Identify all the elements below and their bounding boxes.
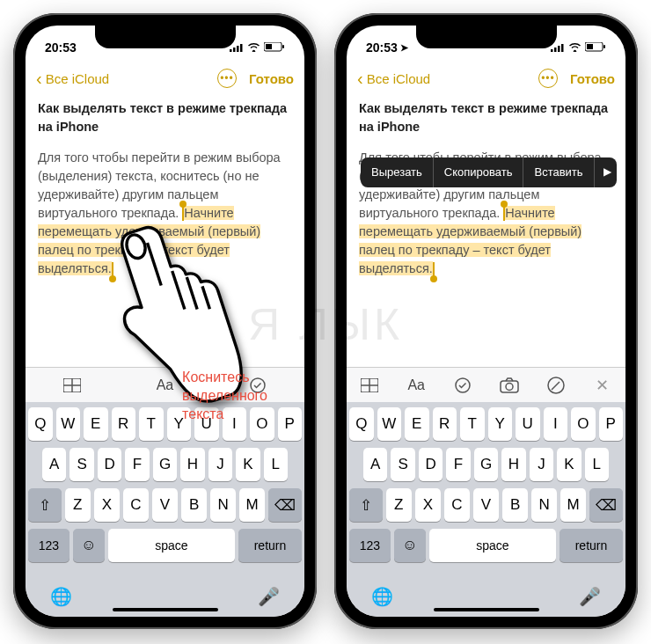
mic-key[interactable]: 🎤 bbox=[579, 586, 601, 607]
battery-icon bbox=[264, 40, 285, 55]
table-button[interactable] bbox=[358, 374, 381, 397]
text-style-button[interactable]: Aa bbox=[405, 374, 428, 397]
key-y[interactable]: Y bbox=[488, 407, 513, 441]
space-key[interactable]: space bbox=[429, 529, 556, 562]
chevron-left-icon: ‹ bbox=[357, 69, 363, 89]
cut-action[interactable]: Вырезать bbox=[361, 157, 434, 187]
key-row-4: 123 ☺ space return bbox=[349, 529, 623, 562]
key-d[interactable]: D bbox=[419, 448, 443, 481]
key-e[interactable]: E bbox=[405, 407, 429, 441]
key-v[interactable]: V bbox=[473, 488, 499, 522]
note-title: Как выделять текст в режиме трекпада на … bbox=[38, 99, 292, 136]
mic-key[interactable]: 🎤 bbox=[258, 586, 280, 607]
key-s[interactable]: S bbox=[391, 448, 414, 481]
key-c[interactable]: C bbox=[444, 488, 470, 522]
key-z[interactable]: Z bbox=[386, 488, 412, 522]
key-row-4: 123 ☺ space return bbox=[28, 529, 302, 562]
key-f[interactable]: F bbox=[125, 448, 149, 481]
markup-button[interactable] bbox=[545, 374, 567, 397]
numbers-key[interactable]: 123 bbox=[349, 529, 391, 562]
key-a[interactable]: A bbox=[363, 448, 387, 481]
key-w[interactable]: W bbox=[377, 407, 402, 441]
paste-action[interactable]: Вставить bbox=[523, 157, 594, 187]
key-b[interactable]: B bbox=[502, 488, 528, 522]
key-m[interactable]: M bbox=[560, 488, 586, 522]
home-indicator[interactable] bbox=[434, 608, 539, 611]
svg-rect-1 bbox=[233, 48, 236, 52]
context-more-arrow[interactable]: ▶ bbox=[595, 165, 620, 179]
key-n[interactable]: N bbox=[210, 488, 236, 522]
key-p[interactable]: P bbox=[278, 407, 303, 441]
key-k[interactable]: K bbox=[236, 448, 260, 481]
svg-rect-12 bbox=[551, 49, 553, 52]
globe-key[interactable]: 🌐 bbox=[371, 586, 393, 607]
key-r[interactable]: R bbox=[433, 407, 457, 441]
close-toolbar-button[interactable]: ✕ bbox=[591, 374, 614, 397]
shift-key[interactable]: ⇧ bbox=[349, 488, 383, 522]
back-label: Все iCloud bbox=[46, 71, 110, 86]
emoji-key[interactable]: ☺ bbox=[73, 529, 105, 562]
key-d[interactable]: D bbox=[98, 448, 121, 481]
svg-rect-3 bbox=[240, 44, 243, 52]
key-k[interactable]: K bbox=[557, 448, 581, 481]
key-z[interactable]: Z bbox=[65, 488, 91, 522]
keyboard[interactable]: QWERTYUIOP ASDFGHJKL ⇧ ZXCVBNM ⌫ 123 ☺ s… bbox=[347, 402, 625, 576]
camera-button[interactable] bbox=[498, 374, 521, 397]
back-button[interactable]: ‹ Все iCloud bbox=[36, 69, 109, 89]
key-f[interactable]: F bbox=[446, 448, 470, 481]
key-x[interactable]: X bbox=[415, 488, 441, 522]
key-t[interactable]: T bbox=[460, 407, 485, 441]
key-i[interactable]: I bbox=[544, 407, 568, 441]
key-p[interactable]: P bbox=[599, 407, 624, 441]
key-b[interactable]: B bbox=[181, 488, 207, 522]
more-button[interactable]: ••• bbox=[217, 69, 237, 88]
table-button[interactable] bbox=[61, 374, 84, 397]
emoji-key[interactable]: ☺ bbox=[394, 529, 426, 562]
key-s[interactable]: S bbox=[69, 448, 93, 481]
checklist-button[interactable] bbox=[451, 374, 474, 397]
copy-action[interactable]: Скопировать bbox=[434, 157, 524, 187]
key-u[interactable]: U bbox=[516, 407, 540, 441]
key-h[interactable]: H bbox=[501, 448, 525, 481]
key-e[interactable]: E bbox=[84, 407, 108, 441]
key-m[interactable]: M bbox=[239, 488, 265, 522]
key-q[interactable]: Q bbox=[28, 407, 53, 441]
key-row-1: QWERTYUIOP bbox=[349, 407, 623, 441]
numbers-key[interactable]: 123 bbox=[28, 529, 69, 562]
key-q[interactable]: Q bbox=[349, 407, 374, 441]
key-c[interactable]: C bbox=[123, 488, 149, 522]
svg-point-24 bbox=[506, 383, 513, 390]
delete-key[interactable]: ⌫ bbox=[268, 488, 302, 522]
svg-rect-6 bbox=[282, 45, 284, 48]
space-key[interactable]: space bbox=[108, 529, 235, 562]
shift-key[interactable]: ⇧ bbox=[28, 488, 62, 522]
home-indicator[interactable] bbox=[113, 608, 218, 611]
key-l[interactable]: L bbox=[264, 448, 288, 481]
key-l[interactable]: L bbox=[585, 448, 609, 481]
return-key[interactable]: return bbox=[560, 529, 623, 562]
key-g[interactable]: G bbox=[153, 448, 177, 481]
done-button[interactable]: Готово bbox=[249, 71, 294, 86]
note-content[interactable]: Как выделять текст в режиме трекпада на … bbox=[347, 96, 625, 367]
done-button[interactable]: Готово bbox=[570, 71, 615, 86]
globe-key[interactable]: 🌐 bbox=[50, 586, 72, 607]
key-n[interactable]: N bbox=[531, 488, 557, 522]
delete-key[interactable]: ⌫ bbox=[589, 488, 623, 522]
chevron-left-icon: ‹ bbox=[36, 69, 42, 89]
back-button[interactable]: ‹ Все iCloud bbox=[357, 69, 430, 89]
key-o[interactable]: O bbox=[571, 407, 596, 441]
battery-icon bbox=[585, 40, 606, 55]
key-h[interactable]: H bbox=[180, 448, 204, 481]
svg-rect-0 bbox=[230, 49, 232, 52]
more-button[interactable]: ••• bbox=[538, 69, 558, 88]
key-j[interactable]: J bbox=[208, 448, 232, 481]
key-a[interactable]: A bbox=[42, 448, 66, 481]
key-x[interactable]: X bbox=[94, 488, 120, 522]
key-g[interactable]: G bbox=[474, 448, 498, 481]
key-w[interactable]: W bbox=[56, 407, 81, 441]
key-row-2: ASDFGHJKL bbox=[349, 448, 623, 481]
wifi-icon bbox=[568, 40, 582, 55]
key-v[interactable]: V bbox=[152, 488, 178, 522]
key-j[interactable]: J bbox=[530, 448, 553, 481]
return-key[interactable]: return bbox=[238, 529, 302, 562]
